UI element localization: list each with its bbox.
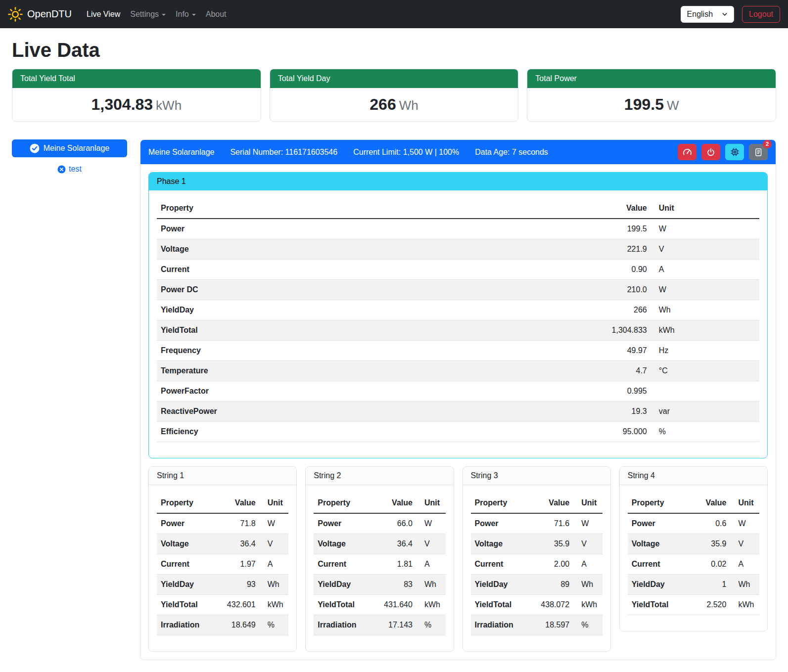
summary-value: 199.5 — [624, 95, 664, 113]
table-header-row: Property Value Unit — [628, 493, 759, 513]
strings-row: String 1 Property Value Unit — [148, 466, 768, 652]
property-cell: YieldDay — [157, 575, 216, 595]
table-row: YieldDay 1 Wh — [628, 575, 759, 595]
value-cell: 1,304.833 — [530, 320, 651, 341]
value-cell: 36.4 — [373, 534, 417, 554]
property-cell: Current — [157, 554, 216, 575]
value-cell: 0.90 — [530, 260, 651, 280]
summary-unit: Wh — [399, 98, 418, 113]
column-header-value: Value — [530, 198, 651, 219]
string-card-3: String 3 Property Value Unit — [463, 466, 611, 652]
check-circle-icon — [30, 143, 40, 153]
property-cell: YieldTotal — [157, 320, 530, 341]
unit-cell: Hz — [651, 341, 759, 361]
nav-item-info[interactable]: Info — [171, 6, 201, 23]
logout-button[interactable]: Logout — [742, 6, 780, 23]
property-cell: YieldDay — [471, 575, 530, 595]
brand-link[interactable]: OpenDTU — [8, 7, 72, 22]
table-row: YieldTotal 431.640 kWh — [314, 595, 445, 615]
unit-cell: Wh — [417, 575, 446, 595]
chevron-down-icon — [722, 11, 728, 17]
property-cell: Voltage — [628, 534, 687, 554]
value-cell: 83 — [373, 575, 417, 595]
table-row: YieldDay 266 Wh — [157, 300, 759, 320]
property-cell: PowerFactor — [157, 381, 530, 402]
table-row: Efficiency 95.000 % — [157, 422, 759, 442]
phase-card: Phase 1 Property Value Unit — [148, 172, 768, 458]
property-cell: Current — [157, 260, 530, 280]
value-cell: 221.9 — [530, 239, 651, 260]
table-row: Irradiation 17.143 % — [314, 615, 445, 635]
summary-value: 1,304.83 — [92, 95, 153, 113]
property-cell: Irradiation — [314, 615, 373, 635]
table-row: Voltage 35.9 V — [471, 534, 603, 554]
x-circle-icon — [57, 165, 66, 174]
string-title: String 2 — [306, 467, 453, 485]
language-select[interactable]: English — [681, 6, 734, 23]
current-limit: Current Limit: 1,500 W | 100% — [353, 148, 459, 157]
device-info-button[interactable] — [725, 144, 744, 160]
power-icon — [706, 148, 715, 157]
value-cell: 432.601 — [216, 595, 260, 615]
inverter-nav: Meine Solaranlage test — [12, 139, 127, 174]
unit-cell: V — [730, 534, 759, 554]
value-cell: 95.000 — [530, 422, 651, 442]
property-cell: Power — [157, 219, 530, 239]
data-age: Data Age: 7 seconds — [475, 148, 548, 157]
unit-cell: A — [260, 554, 289, 575]
nav-item-settings[interactable]: Settings — [125, 6, 171, 23]
table-row: PowerFactor 0.995 — [157, 381, 759, 402]
power-button[interactable] — [701, 144, 720, 160]
table-row: YieldTotal 432.601 kWh — [157, 595, 288, 615]
column-header-property: Property — [157, 198, 530, 219]
unit-cell: kWh — [573, 595, 603, 615]
table-header-row: Property Value Unit — [157, 198, 759, 219]
table-row: Temperature 4.7 °C — [157, 361, 759, 381]
test-inverter-link[interactable]: test — [12, 165, 127, 174]
summary-card-yield-total: Total Yield Total 1,304.83kWh — [12, 69, 261, 122]
value-cell: 0.995 — [530, 381, 651, 402]
property-cell: Voltage — [314, 534, 373, 554]
property-cell: ReactivePower — [157, 402, 530, 422]
value-cell: 71.6 — [530, 513, 573, 534]
table-row: Power 66.0 W — [314, 513, 445, 534]
table-row: Voltage 221.9 V — [157, 239, 759, 260]
summary-card-header: Total Yield Total — [12, 69, 261, 88]
value-cell: 93 — [216, 575, 260, 595]
value-cell: 266 — [530, 300, 651, 320]
unit-cell: A — [417, 554, 446, 575]
unit-cell: kWh — [260, 595, 289, 615]
value-cell: 1.81 — [373, 554, 417, 575]
event-log-button[interactable]: 2 — [749, 144, 768, 160]
top-navbar: OpenDTU Live View Settings Info About En… — [0, 0, 788, 28]
property-cell: Frequency — [157, 341, 530, 361]
column-header-unit: Unit — [651, 198, 759, 219]
table-row: Power 199.5 W — [157, 219, 759, 239]
table-row: Voltage 36.4 V — [314, 534, 445, 554]
property-cell: Current — [314, 554, 373, 575]
unit-cell: W — [651, 219, 759, 239]
value-cell: 2.520 — [687, 595, 731, 615]
unit-cell: W — [573, 513, 603, 534]
unit-cell: % — [417, 615, 446, 635]
brand-text: OpenDTU — [27, 8, 72, 20]
unit-cell: Wh — [651, 300, 759, 320]
table-header-row: Property Value Unit — [314, 493, 445, 513]
inverter-select-label: Meine Solaranlage — [44, 144, 109, 153]
inverter-select-button[interactable]: Meine Solaranlage — [12, 139, 127, 157]
nav-item-live-view[interactable]: Live View — [82, 6, 125, 23]
unit-cell: V — [260, 534, 289, 554]
nav-item-about[interactable]: About — [201, 6, 232, 23]
property-cell: YieldTotal — [157, 595, 216, 615]
column-header-value: Value — [373, 493, 417, 513]
unit-cell: A — [573, 554, 603, 575]
inverter-header: Meine Solaranlage Serial Number: 1161716… — [140, 140, 776, 164]
property-cell: YieldDay — [628, 575, 687, 595]
table-row: YieldDay 93 Wh — [157, 575, 288, 595]
table-row: YieldTotal 1,304.833 kWh — [157, 320, 759, 341]
limit-settings-button[interactable] — [678, 144, 696, 160]
table-header-row: Property Value Unit — [157, 493, 288, 513]
page-title: Live Data — [12, 38, 776, 62]
value-cell: 210.0 — [530, 280, 651, 300]
value-cell: 0.02 — [687, 554, 731, 575]
